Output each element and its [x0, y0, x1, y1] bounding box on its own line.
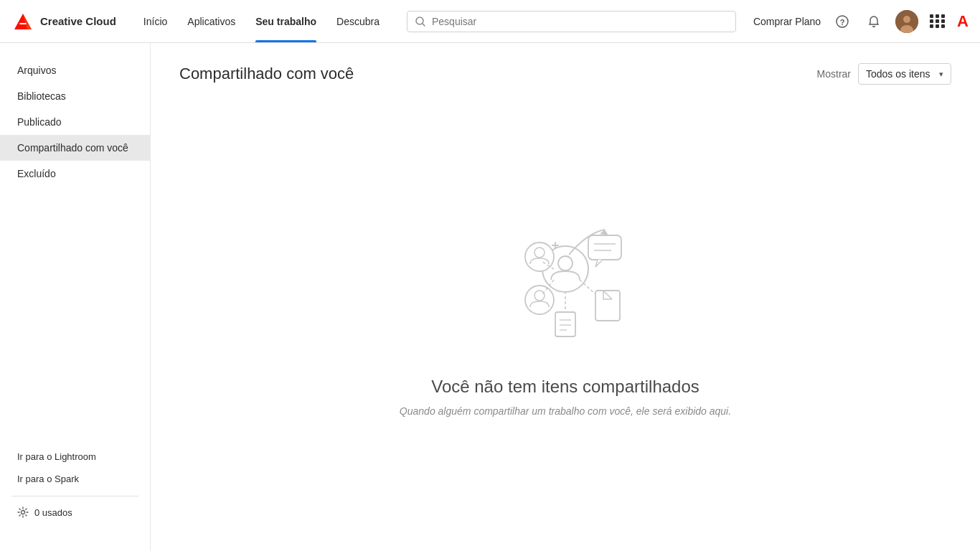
- page-title: Compartilhado com você: [179, 65, 354, 83]
- sidebar-divider: [11, 496, 138, 496]
- page-wrapper: Arquivos Bibliotecas Publicado Compartil…: [0, 43, 980, 551]
- sidebar-nav: Arquivos Bibliotecas Publicado Compartil…: [0, 57, 150, 187]
- svg-point-11: [22, 511, 25, 514]
- empty-illustration: [486, 194, 644, 354]
- search-container: [407, 11, 736, 32]
- empty-state-subtitle: Quando alguém compartilhar um trabalho c…: [400, 405, 731, 417]
- sidebar-spark-link[interactable]: Ir para o Spark: [11, 468, 138, 490]
- waffle-dot: [941, 14, 945, 18]
- user-avatar[interactable]: [895, 10, 918, 33]
- sidebar-lightroom-link[interactable]: Ir para o Lightroom: [11, 446, 138, 468]
- search-input[interactable]: [432, 16, 728, 27]
- brand-logo[interactable]: Creative Cloud: [11, 10, 116, 33]
- filter-dropdown[interactable]: Todos os itens ▾: [858, 63, 951, 85]
- waffle-dot: [936, 19, 939, 23]
- waffle-dot: [930, 19, 933, 23]
- nav-item-seu-trabalho[interactable]: Seu trabalho: [245, 0, 326, 42]
- chevron-down-icon: ▾: [939, 70, 943, 79]
- waffle-menu-button[interactable]: [930, 14, 946, 28]
- gear-icon[interactable]: [17, 507, 29, 518]
- svg-rect-20: [588, 235, 621, 260]
- filter-label: Mostrar: [817, 68, 851, 80]
- waffle-dot: [936, 24, 939, 28]
- nav-item-aplicativos[interactable]: Aplicativos: [177, 0, 245, 42]
- nav-item-inicio[interactable]: Início: [133, 0, 177, 42]
- sidebar-item-bibliotecas[interactable]: Bibliotecas: [0, 83, 150, 109]
- svg-point-9: [903, 16, 910, 23]
- search-icon: [415, 16, 426, 27]
- question-icon: ?: [836, 15, 849, 28]
- avatar-image: [895, 10, 918, 33]
- notifications-button[interactable]: [864, 11, 884, 32]
- adobe-logo-icon: [11, 10, 34, 33]
- sharing-illustration: [486, 194, 644, 352]
- sidebar-bottom: Ir para o Lightroom Ir para o Spark 0 us…: [0, 446, 150, 537]
- waffle-dot: [930, 14, 933, 18]
- waffle-dot: [936, 14, 939, 18]
- svg-point-13: [558, 256, 573, 270]
- svg-rect-3: [20, 23, 27, 24]
- buy-plan-button[interactable]: Comprar Plano: [753, 16, 821, 27]
- help-button[interactable]: ?: [832, 11, 852, 32]
- nav-item-descubra[interactable]: Descubra: [326, 0, 390, 42]
- storage-info: 0 usados: [11, 502, 138, 522]
- main-content: Compartilhado com você Mostrar Todos os …: [151, 43, 980, 551]
- svg-line-5: [423, 24, 425, 26]
- empty-state-title: Você não tem itens compartilhados: [431, 377, 699, 397]
- waffle-dot: [941, 19, 945, 23]
- adobe-red-logo-icon[interactable]: A: [957, 12, 969, 31]
- main-nav: Início Aplicativos Seu trabalho Descubra: [133, 0, 390, 42]
- bell-icon: [867, 15, 880, 28]
- svg-rect-28: [555, 312, 575, 336]
- waffle-dot: [941, 24, 945, 28]
- sidebar: Arquivos Bibliotecas Publicado Compartil…: [0, 43, 151, 551]
- empty-state: Você não tem itens compartilhados Quando…: [179, 108, 951, 531]
- filter-value: Todos os itens: [866, 68, 930, 80]
- brand-name: Creative Cloud: [40, 15, 116, 27]
- sidebar-item-arquivos[interactable]: Arquivos: [0, 57, 150, 83]
- sidebar-item-excluido[interactable]: Excluído: [0, 161, 150, 187]
- waffle-dot: [930, 24, 933, 28]
- svg-point-15: [534, 248, 545, 258]
- svg-point-19: [534, 291, 545, 301]
- app-header: Creative Cloud Início Aplicativos Seu tr…: [0, 0, 980, 43]
- sidebar-item-publicado[interactable]: Publicado: [0, 109, 150, 135]
- filter-row: Mostrar Todos os itens ▾: [817, 63, 951, 85]
- storage-used: 0 usados: [34, 507, 72, 518]
- header-actions: Comprar Plano ?: [753, 10, 969, 33]
- content-header: Compartilhado com você Mostrar Todos os …: [179, 63, 951, 85]
- svg-text:?: ?: [840, 17, 845, 26]
- sidebar-item-compartilhado[interactable]: Compartilhado com você: [0, 135, 150, 161]
